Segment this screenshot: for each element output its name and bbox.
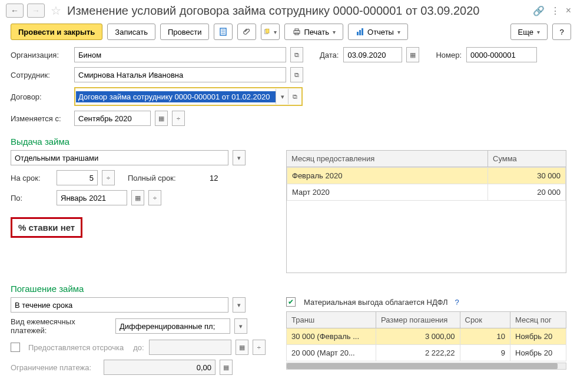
changed-from-spin-icon[interactable]: ÷ [172,111,185,126]
toolbar: Провести и закрыть Записать Провести Печ… [0,21,577,46]
close-icon[interactable]: × [566,5,571,16]
issuance-cell-month: Февраль 2020 [287,168,488,184]
until-label: По: [11,194,52,202]
issuance-cell-sum: 20 000 [488,184,565,201]
post-button[interactable]: Провести [160,24,210,40]
print-button[interactable]: Печать [284,24,343,40]
repayment-section-title: Погашение займа [11,284,566,294]
payment-type-label: Вид ежемесячных платежей: [11,317,111,335]
paperclip-icon [242,27,251,36]
issuance-col-month: Месяц предоставления [287,151,488,167]
contract-dropdown-icon[interactable]: ▾ [276,89,288,104]
contract-open-icon[interactable]: ⧉ [288,89,301,104]
employee-open-icon[interactable]: ⧉ [290,67,303,82]
horizontal-scrollbar[interactable] [286,363,566,370]
repay-cell-amount: 3 000,00 [376,328,460,345]
printer-icon [292,27,301,36]
repay-col-term: Срок [460,312,510,328]
date-calendar-icon[interactable]: ▦ [406,47,419,62]
no-rate-highlight: % ставки нет [11,217,82,238]
employee-label: Сотрудник: [11,71,69,79]
org-input[interactable] [74,47,286,62]
benefit-help-icon[interactable]: ? [455,298,459,307]
changed-from-input[interactable] [74,111,151,126]
svg-rect-5 [266,29,270,33]
repay-cell-tranche: 20 000 (Март 20... [287,345,376,361]
changed-from-calendar-icon[interactable]: ▦ [155,111,168,126]
until-calendar-icon[interactable]: ▦ [131,190,144,205]
favorite-star-icon[interactable]: ☆ [51,4,61,18]
contract-value[interactable]: Договор займа сотруднику 0000-000001 от … [76,91,276,102]
term-input[interactable] [57,170,98,185]
employee-input[interactable] [74,67,286,82]
attach-icon-button[interactable] [237,24,256,40]
term-label: На срок: [11,174,52,182]
date-input[interactable] [343,47,402,62]
reports-button[interactable]: Отчеты [348,24,408,40]
repay-col-tranche: Транш [287,312,376,328]
defer-until-input [149,340,231,355]
contract-label: Договор: [11,92,69,101]
limit-input [104,360,215,375]
kebab-menu-icon[interactable]: ⋮ [551,5,560,16]
table-row[interactable]: 30 000 (Февраль ... 3 000,00 10 Ноябрь 2… [287,328,566,345]
term-spin-icon[interactable]: ÷ [102,170,115,185]
changed-from-label: Изменяется с: [11,114,69,123]
repay-cell-term: 10 [460,328,510,345]
svg-rect-7 [295,29,299,31]
bar-chart-icon [356,27,365,36]
repayment-during-dropdown-icon[interactable]: ▾ [233,297,246,313]
table-row[interactable]: 20 000 (Март 20... 2 222,22 9 Ноябрь 20 [287,345,566,361]
defer-until-label: до: [133,343,144,352]
structure-icon-button[interactable] [214,24,233,40]
contract-field-wrapper: Договор займа сотруднику 0000-000001 от … [74,87,303,106]
print-label: Печать [304,28,329,36]
reports-label: Отчеты [367,28,394,36]
number-label: Номер: [436,51,462,59]
issuance-method-input[interactable] [11,150,228,165]
repay-col-month: Месяц пог [510,312,566,328]
number-input[interactable] [466,47,537,62]
nav-back-button[interactable]: ← [6,4,24,18]
repayment-during-input[interactable] [11,297,228,313]
more-button[interactable]: Еще [510,24,548,40]
table-row[interactable]: Февраль 2020 30 000 [287,168,566,184]
table-row[interactable]: Март 2020 20 000 [287,184,566,201]
limit-calc-icon: ▦ [220,360,233,375]
sheets-icon [264,27,270,36]
save-button[interactable]: Записать [107,24,155,40]
full-term-value [181,170,222,185]
svg-rect-11 [362,28,363,35]
repay-col-amount: Размер погашения [376,312,460,328]
help-button[interactable]: ? [552,24,571,40]
defer-spin-icon: ÷ [253,340,266,355]
issuance-section-title: Выдача займа [11,137,566,147]
repayment-grid[interactable]: Транш Размер погашения Срок Месяц пог 30… [286,311,566,361]
repay-cell-term: 9 [460,345,510,361]
defer-checkbox[interactable] [11,343,20,352]
issuance-method-dropdown-icon[interactable]: ▾ [233,150,246,165]
repay-cell-month: Ноябрь 20 [510,328,566,345]
link-icon[interactable]: 🔗 [533,5,545,16]
create-based-on-button[interactable] [261,24,280,40]
benefit-label: Материальная выгода облагается НДФЛ [304,298,447,307]
benefit-checkbox[interactable]: ✔ [286,297,296,307]
until-spin-icon[interactable]: ÷ [148,190,161,205]
issuance-grid[interactable]: Месяц предоставления Сумма [286,150,566,167]
org-open-icon[interactable]: ⧉ [290,47,303,62]
until-input[interactable] [57,190,127,205]
repay-cell-month: Ноябрь 20 [510,345,566,361]
payment-type-input[interactable] [115,318,230,334]
scrollbar-thumb[interactable] [287,363,558,369]
nav-forward-button[interactable]: → [27,4,45,18]
issuance-cell-month: Март 2020 [287,184,488,201]
document-icon [218,27,228,36]
full-term-label: Полный срок: [128,174,176,182]
payment-type-dropdown-icon[interactable]: ▾ [234,318,247,334]
svg-rect-9 [357,32,359,35]
repay-cell-tranche: 30 000 (Февраль ... [287,328,376,345]
window-header: ← → ☆ Изменение условий договора займа с… [0,0,577,21]
post-close-button[interactable]: Провести и закрыть [11,24,102,40]
org-label: Организация: [11,51,69,59]
defer-label: Предоставляется отсрочка [28,343,124,352]
